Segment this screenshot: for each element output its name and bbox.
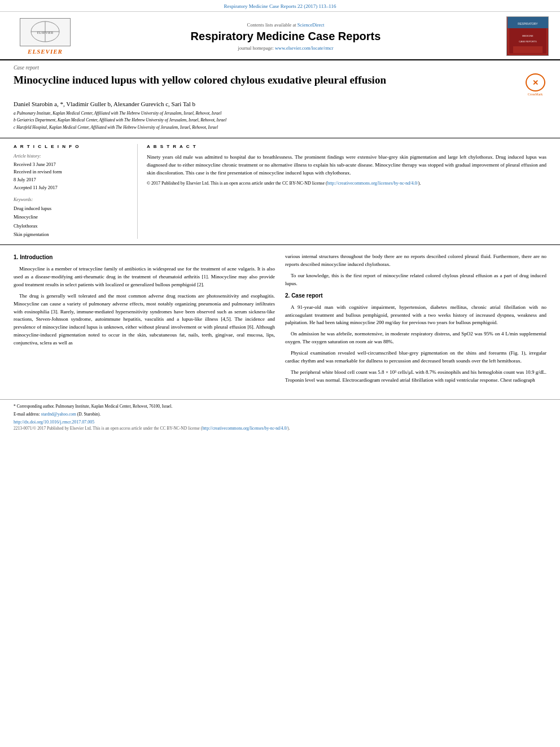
keyword-3: Chylothorax bbox=[14, 222, 129, 230]
doi-anchor[interactable]: http://dx.doi.org/10.1016/j.rmcr.2017.07… bbox=[14, 420, 94, 425]
issn-line: 2213-0071/© 2017 Published by Elsevier L… bbox=[14, 426, 546, 431]
svg-text:CASE REPORTS: CASE REPORTS bbox=[519, 40, 537, 43]
sciencedirect-link[interactable]: ScienceDirect bbox=[298, 22, 325, 28]
intro-para-2: The drug is generally well tolerated and… bbox=[14, 292, 275, 348]
contents-line: Contents lists available at ScienceDirec… bbox=[85, 22, 487, 28]
elsevier-logo: ELSEVIER ELSEVIER bbox=[11, 18, 79, 55]
article-info-heading: A R T I C L E I N F O bbox=[14, 144, 129, 149]
abstract-heading: A B S T R A C T bbox=[147, 144, 546, 149]
keywords-list: Drug induced lupus Minocycline Chylothor… bbox=[14, 204, 129, 239]
homepage-link[interactable]: www.elsevier.com/locate/rmcr bbox=[275, 45, 334, 51]
journal-cover-image: RESPIRATORY MEDICINE CASE REPORTS bbox=[506, 16, 549, 56]
date-revised-label: Received in revised form bbox=[14, 168, 129, 176]
elsevier-wordmark: ELSEVIER bbox=[28, 48, 63, 55]
journal-homepage: journal homepage: www.elsevier.com/locat… bbox=[85, 45, 487, 51]
article-info-column: A R T I C L E I N F O Article history: R… bbox=[14, 144, 138, 239]
open-access-notice: © 2017 Published by Elsevier Ltd. This i… bbox=[147, 180, 546, 187]
main-body: 1. Introduction Minocycline is a member … bbox=[0, 245, 560, 394]
authors-line: Daniel Starobin a, *, Vladimir Guller b,… bbox=[14, 101, 546, 107]
keyword-4: Skin pigmentation bbox=[14, 230, 129, 239]
date-accepted: Accepted 11 July 2017 bbox=[14, 184, 129, 192]
journal-citation: Respiratory Medicine Case Reports 22 (20… bbox=[224, 3, 336, 9]
journal-cover-area: RESPIRATORY MEDICINE CASE REPORTS bbox=[492, 16, 549, 56]
crossmark-icon: ✕ bbox=[526, 73, 545, 91]
article-info-abstract: A R T I C L E I N F O Article history: R… bbox=[0, 138, 560, 246]
svg-text:ELSEVIER: ELSEVIER bbox=[37, 31, 53, 34]
email-note: E-mail address: stardnd@yahoo.com (D. St… bbox=[14, 411, 546, 417]
abstract-body: Ninety years old male was admitted to ho… bbox=[147, 154, 546, 187]
article-title-row: Minocycline induced lupus with yellow co… bbox=[14, 73, 546, 96]
affiliation-a: a Pulmonary Institute, Kaplan Medical Ce… bbox=[14, 110, 546, 116]
case-para-1: A 91-year-old man with cognitive impairm… bbox=[285, 304, 546, 327]
svg-text:RESPIRATORY: RESPIRATORY bbox=[518, 22, 538, 25]
svg-text:MEDICINE: MEDICINE bbox=[522, 34, 533, 37]
body-two-col: 1. Introduction Minocycline is a member … bbox=[14, 253, 546, 388]
journal-header: ELSEVIER ELSEVIER Contents lists availab… bbox=[0, 12, 560, 60]
author-email-link[interactable]: stardnd@yahoo.com bbox=[41, 412, 76, 417]
keyword-1: Drug induced lupus bbox=[14, 204, 129, 213]
intro-continuation-1: various internal structures throughout t… bbox=[285, 253, 546, 269]
body-col-right: various internal structures throughout t… bbox=[285, 253, 546, 388]
date-received: Received 3 June 2017 bbox=[14, 161, 129, 169]
page: Respiratory Medicine Case Reports 22 (20… bbox=[0, 0, 560, 747]
keyword-2: Minocycline bbox=[14, 213, 129, 221]
section1-title: 1. Introduction bbox=[14, 253, 275, 262]
keywords-label: Keywords: bbox=[14, 197, 129, 202]
abstract-column: A B S T R A C T Ninety years old male wa… bbox=[147, 144, 546, 239]
date-revised: 8 July 2017 bbox=[14, 176, 129, 184]
doi-link: http://dx.doi.org/10.1016/j.rmcr.2017.07… bbox=[14, 420, 546, 425]
section2-title: 2. Case report bbox=[285, 291, 546, 300]
top-bar: Respiratory Medicine Case Reports 22 (20… bbox=[0, 0, 560, 12]
elsevier-logo-image: ELSEVIER bbox=[20, 18, 71, 46]
history-label: Article history: bbox=[14, 154, 129, 159]
case-para-4: The peripheral white blood cell count wa… bbox=[285, 369, 546, 385]
svg-rect-11 bbox=[513, 46, 542, 53]
affiliation-b: b Geriatrics Department, Kaplan Medical … bbox=[14, 117, 546, 123]
issn-license-link[interactable]: http://creativecommons.org/licenses/by-n… bbox=[202, 426, 287, 431]
cc-license-link[interactable]: http://creativecommons.org/licenses/by-n… bbox=[327, 181, 418, 186]
article-header: Case report Minocycline induced lupus wi… bbox=[0, 60, 560, 138]
publisher-logo-area: ELSEVIER ELSEVIER bbox=[11, 18, 79, 55]
intro-continuation-2: To our knowledge, this is the first repo… bbox=[285, 272, 546, 288]
journal-title: Respiratory Medicine Case Reports bbox=[85, 30, 487, 43]
footer: * Corresponding author. Pulmonary Instit… bbox=[0, 399, 560, 433]
affiliations: a Pulmonary Institute, Kaplan Medical Ce… bbox=[14, 110, 546, 130]
intro-para-1: Minocycline is a member of tetracycline … bbox=[14, 265, 275, 289]
body-col-left: 1. Introduction Minocycline is a member … bbox=[14, 253, 275, 388]
crossmark-label: CrossMark bbox=[528, 93, 543, 96]
case-para-3: Physical examination revealed well-circu… bbox=[285, 350, 546, 365]
article-title: Minocycline induced lupus with yellow co… bbox=[14, 73, 524, 88]
corresponding-author-note: * Corresponding author. Pulmonary Instit… bbox=[14, 403, 546, 409]
section-type-label: Case report bbox=[14, 65, 546, 71]
crossmark-badge[interactable]: ✕ CrossMark bbox=[524, 73, 546, 96]
case-para-2: On admission he was afebrile, normotensi… bbox=[285, 330, 546, 346]
journal-title-area: Contents lists available at ScienceDirec… bbox=[79, 22, 492, 51]
affiliation-c: c Harzfeld Hospital, Kaplan Medical Cent… bbox=[14, 124, 546, 130]
abstract-paragraph: Ninety years old male was admitted to ho… bbox=[147, 154, 546, 177]
history-dates: Received 3 June 2017 Received in revised… bbox=[14, 161, 129, 191]
